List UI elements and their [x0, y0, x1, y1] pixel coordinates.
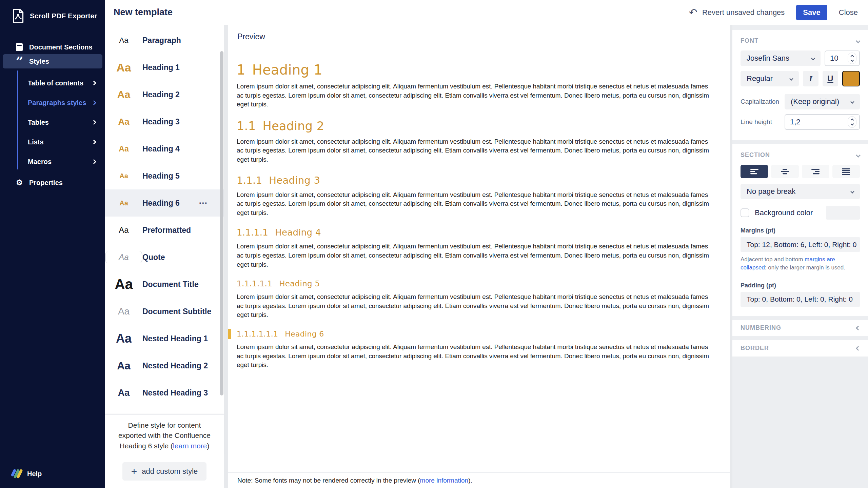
- revert-unsaved-changes-button[interactable]: ↶ Revert unsaved changes: [689, 7, 785, 18]
- stepper-up-icon[interactable]: [850, 55, 854, 58]
- chevron-right-icon: [92, 140, 96, 144]
- close-button[interactable]: Close: [839, 8, 858, 17]
- font-weight-select[interactable]: Regular: [741, 71, 799, 86]
- sidebar-item-label: Properties: [29, 179, 63, 187]
- chevron-left-icon: [856, 346, 861, 351]
- heading-number: 1.1.1: [237, 175, 262, 186]
- style-item-heading-5[interactable]: AaHeading 5: [105, 162, 224, 189]
- sidebar-subitem-tables[interactable]: Tables: [0, 113, 105, 132]
- padding-field[interactable]: Top: 0, Bottom: 0, Left: 0, Right: 0: [741, 292, 860, 307]
- styles-list: AaParagraphAaHeading 1AaHeading 2AaHeadi…: [105, 25, 224, 414]
- document-sections-icon: [15, 43, 24, 51]
- line-height-input[interactable]: [785, 114, 860, 130]
- font-size-value[interactable]: [830, 54, 848, 63]
- section-section-title: SECTION: [741, 151, 770, 159]
- capitalization-label: Capitalization: [741, 98, 781, 105]
- sidebar-subitem-table-of-contents[interactable]: Table of contents: [0, 73, 105, 93]
- save-button[interactable]: Save: [796, 5, 827, 20]
- preview-paragraph: Lorem ipsum dolor sit amet, consectetur …: [237, 242, 716, 269]
- scrollbar-thumb[interactable]: [220, 51, 223, 395]
- style-item-nested-heading-1[interactable]: AaNested Heading 1: [105, 325, 224, 352]
- style-item-heading-4[interactable]: AaHeading 4: [105, 135, 224, 162]
- style-item-preformatted[interactable]: AaPreformatted: [105, 217, 224, 244]
- stepper-up-icon[interactable]: [850, 119, 854, 122]
- style-item-nested-heading-2[interactable]: AaNested Heading 2: [105, 352, 224, 379]
- font-color-swatch[interactable]: [842, 71, 860, 86]
- font-section-title: FONT: [741, 37, 758, 44]
- italic-button[interactable]: I: [803, 71, 818, 86]
- style-item-paragraph[interactable]: AaParagraph: [105, 27, 224, 54]
- sidebar-subitem-paragraphs-styles[interactable]: Paragraphs styles: [0, 93, 105, 113]
- line-height-value[interactable]: [790, 118, 808, 126]
- styles-scrollbar[interactable]: [220, 51, 223, 422]
- background-color-checkbox[interactable]: [741, 208, 749, 217]
- line-height-label: Line height: [741, 118, 781, 126]
- style-item-document-subtitle[interactable]: AaDocument Subtitle: [105, 298, 224, 325]
- tree-line: [17, 70, 18, 169]
- page-break-select[interactable]: No page break: [741, 184, 860, 199]
- heading-number: 1.1: [237, 119, 256, 133]
- chevron-left-icon: [856, 326, 861, 330]
- style-item-heading-2[interactable]: AaHeading 2: [105, 81, 224, 108]
- collapse-font-chevron-icon[interactable]: [856, 38, 861, 43]
- sidebar-item-styles[interactable]: ” Styles: [3, 54, 102, 68]
- align-center-button[interactable]: [771, 165, 798, 178]
- sidebar-item-document-sections[interactable]: Document Sections: [3, 40, 102, 54]
- heading-text: Heading 2: [263, 119, 324, 133]
- line-height-stepper[interactable]: [848, 116, 856, 128]
- style-item-heading-6[interactable]: AaHeading 6⋯: [105, 189, 224, 217]
- preview-heading-2: 1.1Heading 2: [237, 119, 716, 133]
- stepper-down-icon[interactable]: [850, 59, 854, 62]
- style-item-nested-heading-3[interactable]: AaNested Heading 3: [105, 379, 224, 406]
- align-left-button[interactable]: [741, 165, 768, 178]
- heading-text: Heading 4: [275, 227, 321, 238]
- numbering-section-header[interactable]: NUMBERING: [732, 320, 868, 336]
- revert-label: Revert unsaved changes: [702, 8, 785, 17]
- align-justify-button[interactable]: [832, 165, 860, 178]
- style-label: Nested Heading 2: [142, 361, 208, 370]
- style-item-quote[interactable]: AaQuote: [105, 244, 224, 271]
- stepper-down-icon[interactable]: [850, 122, 854, 126]
- align-right-button[interactable]: [802, 165, 829, 178]
- style-sample: Aa: [105, 37, 142, 44]
- subitem-label: Tables: [28, 119, 92, 126]
- collapse-section-chevron-icon[interactable]: [856, 152, 861, 157]
- margins-field[interactable]: Top: 12, Bottom: 6, Left: 0, Right: 0: [741, 237, 860, 252]
- more-options-button[interactable]: ⋯: [199, 198, 208, 208]
- heading-number: 1: [237, 62, 245, 78]
- style-item-heading-1[interactable]: AaHeading 1: [105, 54, 224, 81]
- help-button[interactable]: Help: [12, 469, 42, 479]
- capitalization-select[interactable]: (Keep original): [785, 94, 860, 109]
- border-section-header[interactable]: BORDER: [732, 340, 868, 357]
- style-item-document-title[interactable]: AaDocument Title: [105, 271, 224, 298]
- underline-button[interactable]: U: [823, 71, 838, 86]
- preview-heading-5: 1.1.1.1.1Heading 5: [237, 279, 716, 288]
- subitem-label: Lists: [28, 138, 92, 146]
- heading-text: Heading 3: [269, 175, 320, 186]
- preview-paragraph: Lorem ipsum dolor sit amet, consectetur …: [237, 343, 716, 370]
- app-logo-row: Scroll PDF Exporter: [0, 0, 105, 26]
- sidebar: Scroll PDF Exporter Document Sections ” …: [0, 0, 105, 488]
- sidebar-item-properties[interactable]: ⚙ Properties: [3, 176, 102, 190]
- style-sample: Aa: [105, 117, 142, 126]
- font-size-input[interactable]: [825, 50, 860, 66]
- sidebar-nav: Document Sections ” Styles Table of cont…: [0, 40, 105, 190]
- styles-list-panel: AaParagraphAaHeading 1AaHeading 2AaHeadi…: [105, 25, 224, 488]
- style-label: Document Subtitle: [142, 307, 211, 316]
- style-item-heading-3[interactable]: AaHeading 3: [105, 108, 224, 135]
- help-label: Help: [27, 470, 42, 478]
- font-family-select[interactable]: Josefin Sans: [741, 50, 821, 66]
- style-sample: Aa: [105, 361, 142, 371]
- style-item-nested-heading-4[interactable]: AaNested Heading 4: [105, 406, 224, 414]
- style-label: Heading 2: [142, 90, 180, 99]
- learn-more-link[interactable]: learn more: [173, 442, 207, 450]
- sidebar-item-label: Styles: [29, 58, 49, 65]
- more-information-link[interactable]: more information: [420, 477, 469, 484]
- add-custom-style-button[interactable]: + add custom style: [122, 462, 207, 481]
- style-description: Define style for content exported with t…: [105, 414, 224, 456]
- sidebar-subitem-macros[interactable]: Macros: [0, 152, 105, 171]
- preview-heading-6: 1.1.1.1.1.1Heading 6: [237, 330, 716, 338]
- font-size-stepper[interactable]: [848, 53, 856, 64]
- sidebar-subitem-lists[interactable]: Lists: [0, 132, 105, 152]
- pdf-logo-icon: [12, 9, 24, 23]
